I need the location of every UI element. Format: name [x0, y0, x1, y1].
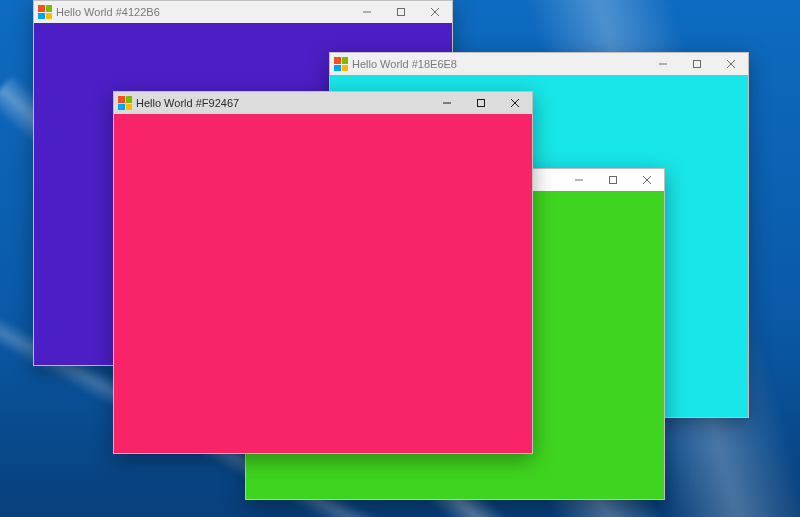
titlebar[interactable]: Hello World #18E6E8 — [330, 53, 748, 75]
minimize-button[interactable] — [646, 53, 680, 75]
svg-rect-9 — [610, 177, 617, 184]
maximize-button[interactable] — [384, 1, 418, 23]
titlebar[interactable]: Hello World #4122B6 — [34, 1, 452, 23]
close-button[interactable] — [714, 53, 748, 75]
close-button[interactable] — [418, 1, 452, 23]
maximize-button[interactable] — [596, 169, 630, 191]
maximize-button[interactable] — [464, 92, 498, 114]
window-client-area — [114, 114, 532, 453]
maximize-button[interactable] — [680, 53, 714, 75]
titlebar[interactable]: Hello World #F92467 — [114, 92, 532, 114]
svg-rect-13 — [478, 100, 485, 107]
app-window-pink[interactable]: Hello World #F92467 — [113, 91, 533, 454]
minimize-button[interactable] — [430, 92, 464, 114]
window-title: Hello World #F92467 — [136, 97, 239, 109]
svg-rect-5 — [694, 61, 701, 68]
window-title: Hello World #18E6E8 — [352, 58, 457, 70]
desktop: Hello World #4122B6 Hello World #18E6E8 — [0, 0, 800, 517]
close-button[interactable] — [498, 92, 532, 114]
app-icon — [38, 5, 52, 19]
window-title: Hello World #4122B6 — [56, 6, 160, 18]
app-icon — [334, 57, 348, 71]
close-button[interactable] — [630, 169, 664, 191]
minimize-button[interactable] — [562, 169, 596, 191]
svg-rect-1 — [398, 9, 405, 16]
app-icon — [118, 96, 132, 110]
minimize-button[interactable] — [350, 1, 384, 23]
